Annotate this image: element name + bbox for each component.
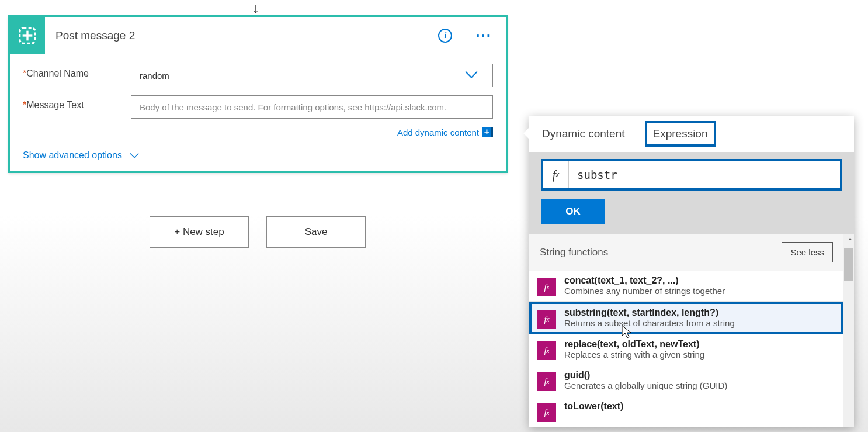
action-body: *Channel Name random *Message Text Body …	[10, 54, 506, 171]
function-category-header: String functions See less	[529, 234, 843, 271]
scrollbar-track[interactable]: ▴	[843, 234, 854, 427]
fn-item-concat[interactable]: fx concat(text_1, text_2?, ...) Combines…	[529, 271, 843, 302]
fn-signature: toLower(text)	[564, 401, 835, 412]
fn-item-tolower[interactable]: fx toLower(text)	[529, 396, 843, 427]
fx-icon: fx	[537, 372, 556, 391]
fn-signature: substring(text, startIndex, length?)	[564, 307, 835, 318]
expression-input-wrap: fx substr	[541, 159, 842, 191]
expression-input[interactable]: substr	[569, 161, 840, 188]
fn-description: Combines any number of strings together	[564, 286, 835, 296]
fn-item-guid[interactable]: fx guid() Generates a globally unique st…	[529, 365, 843, 396]
fx-icon: fx	[537, 403, 556, 422]
chevron-down-icon	[129, 153, 140, 158]
fn-signature: concat(text_1, text_2?, ...)	[564, 275, 835, 286]
expression-popup: Dynamic content Expression fx substr OK …	[529, 116, 854, 427]
channel-name-row: *Channel Name random	[23, 64, 493, 87]
fx-icon: fx	[537, 341, 556, 360]
new-step-button[interactable]: + New step	[150, 216, 249, 248]
scrollbar-thumb[interactable]	[844, 248, 853, 281]
category-title: String functions	[540, 247, 608, 258]
slack-connector-icon	[10, 17, 45, 54]
popup-tabs: Dynamic content Expression	[529, 116, 854, 152]
footer-buttons: + New step Save	[150, 216, 366, 248]
fx-icon: fx	[543, 161, 569, 188]
message-text-row: *Message Text Body of the message to sen…	[23, 95, 493, 119]
save-button[interactable]: Save	[266, 216, 366, 248]
show-advanced-options[interactable]: Show advanced options	[23, 150, 493, 161]
channel-name-select[interactable]: random	[131, 64, 493, 87]
function-list: fx concat(text_1, text_2?, ...) Combines…	[529, 271, 843, 427]
fn-description: Generates a globally unique string (GUID…	[564, 381, 835, 390]
tab-expression[interactable]: Expression	[645, 121, 716, 147]
scroll-up-arrow-icon[interactable]: ▴	[849, 235, 852, 241]
fx-icon: fx	[537, 278, 556, 296]
message-text-label: *Message Text	[23, 95, 131, 110]
message-text-input[interactable]: Body of the message to send. For formatt…	[131, 95, 493, 119]
fn-description: Returns a subset of characters from a st…	[564, 318, 835, 328]
plus-icon: +	[482, 127, 493, 137]
tab-dynamic-content[interactable]: Dynamic content	[540, 121, 627, 147]
action-card: Post message 2 i ··· *Channel Name rando…	[8, 15, 508, 173]
fn-description: Replaces a string with a given string	[564, 350, 835, 360]
function-scroll-area: ▴ String functions See less fx concat(te…	[529, 234, 854, 427]
action-title: Post message 2	[45, 29, 438, 42]
ok-button[interactable]: OK	[541, 199, 605, 224]
message-text-placeholder: Body of the message to send. For formatt…	[140, 102, 446, 112]
info-icon[interactable]: i	[438, 29, 452, 43]
channel-name-label: *Channel Name	[23, 64, 131, 79]
action-menu-button[interactable]: ···	[475, 27, 492, 45]
action-header[interactable]: Post message 2 i ···	[10, 17, 506, 54]
fn-signature: replace(text, oldText, newText)	[564, 339, 835, 350]
chevron-down-icon	[464, 71, 478, 81]
popup-pointer	[523, 126, 530, 140]
fx-icon: fx	[537, 310, 556, 329]
channel-name-value: random	[140, 71, 169, 81]
add-dynamic-content-link[interactable]: Add dynamic content +	[23, 127, 493, 137]
fn-item-replace[interactable]: fx replace(text, oldText, newText) Repla…	[529, 334, 843, 365]
fn-item-substring[interactable]: fx substring(text, startIndex, length?) …	[529, 302, 843, 334]
flow-arrow-icon: ↓	[252, 0, 259, 16]
expression-input-area: fx substr OK	[529, 152, 854, 234]
see-less-button[interactable]: See less	[782, 242, 833, 262]
fn-signature: guid()	[564, 370, 835, 381]
